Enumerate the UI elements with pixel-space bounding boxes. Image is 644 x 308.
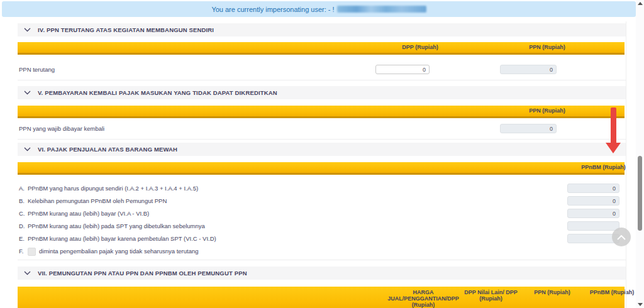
row-letter: B. xyxy=(19,196,25,206)
column-header-ppnbm: PPnBM (Rupiah) xyxy=(565,162,642,173)
divider xyxy=(18,260,626,260)
impersonation-banner: You are currently impersonating user: - … xyxy=(2,1,636,17)
row-letter: D. xyxy=(19,221,25,231)
scrollbar-down-arrow-icon[interactable] xyxy=(638,303,643,306)
row-letter: A. xyxy=(19,184,25,193)
section-iv-header[interactable]: IV. PPN TERUTANG ATAS KEGIATAN MEMBANGUN… xyxy=(18,23,626,36)
column-header-ppn: PPN (Rupiah) xyxy=(500,42,594,53)
scroll-to-top-button[interactable] xyxy=(612,228,631,246)
chevron-down-icon xyxy=(24,28,31,32)
scrollbar[interactable] xyxy=(636,0,644,308)
scrollbar-up-arrow-icon[interactable] xyxy=(638,2,643,5)
arrow-down-annotation-head xyxy=(606,143,621,153)
section-vii-title: VII. PEMUNGUTAN PPN ATAU PPN DAN PPNBM O… xyxy=(38,270,247,277)
ppnbm-b-input[interactable] xyxy=(567,196,619,206)
section-v-header[interactable]: V. PEMBAYARAN KEMBALI PAJAK MASUKAN YANG… xyxy=(18,86,626,99)
chevron-down-icon xyxy=(24,91,31,95)
row-label: diminta pengembalian pajak yang tidak se… xyxy=(39,246,199,256)
row-label: PPnBM yang harus dipungut sendiri (I.A.2… xyxy=(28,184,198,193)
row-letter: C. xyxy=(19,209,25,218)
section-vii-header[interactable]: VII. PEMUNGUTAN PPN ATAU PPN DAN PPNBM O… xyxy=(18,267,626,280)
row-label: Kelebihan pemungutan PPnBM oleh Pemungut… xyxy=(28,196,167,206)
section-vi-column-header-bar: PPnBM (Rupiah) xyxy=(18,162,625,175)
divider xyxy=(18,80,626,80)
impersonated-user-redacted xyxy=(337,6,426,13)
pengembalian-checkbox[interactable] xyxy=(28,248,36,256)
section-vi-title: VI. PAJAK PENJUALAN ATAS BARANG MEWAH xyxy=(38,146,177,153)
ppnbm-c-input[interactable] xyxy=(567,209,619,218)
section-v-column-header-bar: PPN (Rupiah) xyxy=(18,106,625,118)
column-header-dpp-nilai-lain: DPP Nilai Lain/ DPP (Rupiah) xyxy=(458,287,524,302)
section-vi-header[interactable]: VI. PAJAK PENJUALAN ATAS BARANG MEWAH xyxy=(18,143,626,156)
column-header-ppnbm: PPnBM (Rupiah) xyxy=(580,287,643,295)
ppn-terutang-input[interactable] xyxy=(500,65,557,74)
ppn-wajib-dibayar-kembali-input[interactable] xyxy=(500,124,557,133)
row-label: PPnBM kurang atau (lebih) bayar karena p… xyxy=(28,234,216,243)
row-label: PPnBM kurang atau (lebih) pada SPT yang … xyxy=(28,221,205,231)
chevron-down-icon xyxy=(24,271,31,275)
content-right-edge xyxy=(626,21,626,308)
section-v-title: V. PEMBAYARAN KEMBALI PAJAK MASUKAN YANG… xyxy=(38,89,277,96)
ppnbm-a-input[interactable] xyxy=(567,184,619,193)
scrollbar-thumb[interactable] xyxy=(638,156,642,231)
arrow-down-annotation xyxy=(611,107,616,143)
ppnbm-d-input[interactable] xyxy=(567,221,619,231)
column-header-dpp: DPP (Rupiah) xyxy=(375,42,465,53)
column-header-ppn: PPN (Rupiah) xyxy=(524,287,580,295)
row-label: PPnBM kurang atau (lebih) bayar (VI.A - … xyxy=(28,209,149,218)
row-letter: E. xyxy=(19,234,25,243)
section-iv-title: IV. PPN TERUTANG ATAS KEGIATAN MEMBANGUN… xyxy=(38,26,214,33)
column-header-harga-jual: HARGA JUAL/PENGGANTIAN/DPP (Rupiah) xyxy=(386,287,461,308)
column-header-ppn: PPN (Rupiah) xyxy=(500,106,594,116)
row-label-ppn-kembali: PPN yang wajib dibayar kembali xyxy=(19,124,104,133)
row-letter: F. xyxy=(19,246,23,256)
section-iv-column-header-bar: DPP (Rupiah) PPN (Rupiah) xyxy=(18,42,625,55)
section-vii-column-header-bar: HARGA JUAL/PENGGANTIAN/DPP (Rupiah) DPP … xyxy=(18,287,625,308)
impersonation-banner-text: You are currently impersonating user: - … xyxy=(211,6,334,13)
row-label-ppn-terutang: PPN terutang xyxy=(19,65,55,74)
chevron-up-icon xyxy=(617,231,626,243)
chevron-down-icon xyxy=(24,147,31,151)
divider xyxy=(18,139,626,140)
dpp-ppn-terutang-input[interactable] xyxy=(375,65,430,74)
